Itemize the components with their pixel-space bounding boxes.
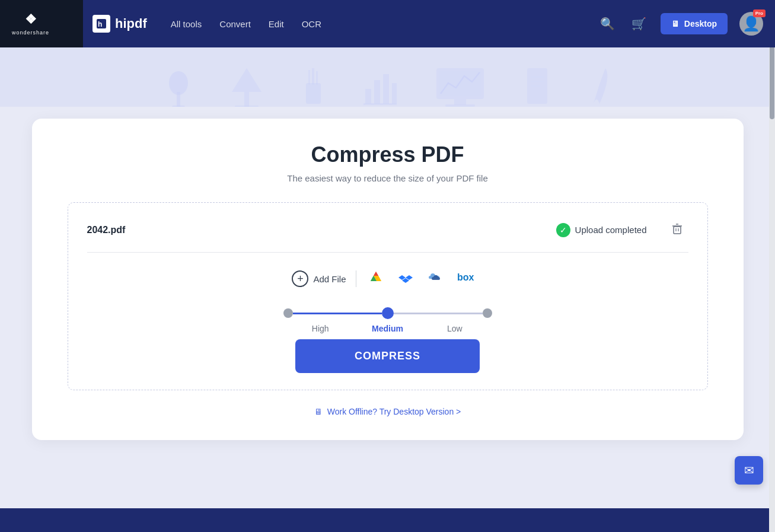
hipdf-brand[interactable]: h hipdf	[93, 15, 147, 33]
document-icon	[522, 65, 552, 107]
file-header: 2042.pdf ✓ Upload completed	[87, 219, 688, 253]
slider-line-left	[293, 313, 382, 314]
page-title: Compress PDF	[68, 142, 708, 167]
svg-rect-9	[312, 68, 314, 85]
svg-rect-16	[363, 103, 397, 105]
trash-icon	[671, 222, 684, 235]
nav-actions: 🔍 🛒 🖥 Desktop 👤 Pro	[598, 12, 763, 36]
slider-controls	[283, 307, 492, 319]
high-label: High	[287, 324, 354, 333]
onedrive-button[interactable]	[425, 267, 445, 291]
chat-icon: ✉	[744, 463, 754, 477]
svg-rect-13	[374, 80, 380, 104]
quill-icon	[588, 65, 611, 107]
svg-rect-25	[674, 227, 681, 234]
nav-all-tools[interactable]: All tools	[171, 17, 202, 31]
navbar: ❖ wondershare h hipdf All tools Convert …	[0, 0, 775, 47]
box-icon: box	[457, 271, 481, 283]
svg-rect-24	[531, 85, 540, 87]
scrollbar[interactable]	[769, 0, 775, 532]
file-name: 2042.pdf	[87, 225, 126, 235]
add-file-row: + Add File	[87, 267, 688, 291]
svg-marker-5	[232, 68, 261, 92]
chat-float-button[interactable]: ✉	[735, 456, 763, 485]
desktop-label: Desktop	[684, 19, 717, 28]
svg-rect-18	[439, 71, 481, 96]
delete-file-button[interactable]	[666, 219, 688, 240]
hero-background	[0, 47, 775, 107]
nav-edit[interactable]: Edit	[269, 17, 284, 31]
wondershare-logo: ❖ wondershare	[12, 12, 49, 36]
file-drop-area: 2042.pdf ✓ Upload completed	[68, 202, 708, 390]
pencil-cup-icon	[300, 65, 327, 107]
compress-button[interactable]: COMPRESS	[295, 339, 480, 373]
plant-icon	[164, 65, 193, 107]
svg-rect-19	[454, 99, 466, 105]
compression-slider-wrap: High Medium Low	[87, 307, 688, 333]
desktop-link-icon: 🖥	[314, 407, 323, 416]
svg-rect-7	[235, 106, 259, 107]
low-label: Low	[421, 324, 488, 333]
high-option-dot[interactable]	[283, 308, 293, 318]
plus-icon: +	[292, 270, 308, 287]
brand-logo[interactable]: ❖ wondershare	[0, 0, 83, 47]
svg-rect-3	[177, 92, 180, 107]
divider	[356, 270, 356, 287]
check-icon: ✓	[560, 225, 567, 235]
wondershare-label: wondershare	[12, 30, 49, 36]
desktop-version-link[interactable]: 🖥 Work Offline? Try Desktop Version >	[68, 407, 708, 416]
svg-marker-31	[374, 272, 378, 276]
user-avatar-wrap[interactable]: 👤 Pro	[739, 12, 763, 36]
hero-icons	[164, 65, 611, 107]
compress-btn-wrap: COMPRESS	[87, 339, 688, 373]
lamp-icon	[229, 65, 264, 107]
bar-chart-icon	[362, 65, 398, 107]
svg-rect-22	[531, 76, 544, 78]
desktop-button[interactable]: 🖥 Desktop	[661, 13, 728, 34]
svg-rect-6	[244, 92, 249, 107]
google-drive-button[interactable]	[366, 267, 386, 291]
hipdf-label: hipdf	[115, 16, 147, 31]
main-card: Compress PDF The easiest way to reduce t…	[32, 119, 744, 440]
check-circle-icon: ✓	[556, 223, 570, 237]
dropbox-icon	[398, 269, 413, 285]
search-button[interactable]: 🔍	[598, 14, 617, 33]
monitor-chart-icon	[433, 65, 487, 107]
cart-button[interactable]: 🛒	[629, 14, 649, 33]
pro-badge: Pro	[753, 9, 766, 17]
page-subtitle: The easiest way to reduce the size of yo…	[68, 173, 708, 183]
medium-option-dot[interactable]	[382, 307, 394, 319]
svg-point-2	[169, 71, 188, 95]
svg-rect-12	[365, 89, 371, 104]
main-container: Compress PDF The easiest way to reduce t…	[0, 107, 775, 464]
svg-text:h: h	[98, 20, 102, 28]
add-file-button[interactable]: + Add File	[292, 270, 346, 287]
desktop-link-text: Work Offline? Try Desktop Version >	[327, 407, 461, 416]
svg-rect-14	[383, 74, 389, 104]
slider-line-right	[394, 313, 483, 314]
svg-rect-11	[308, 70, 310, 85]
svg-rect-20	[445, 104, 475, 107]
nav-ocr[interactable]: OCR	[302, 17, 321, 31]
search-icon: 🔍	[600, 17, 615, 30]
svg-rect-10	[316, 71, 318, 85]
nav-links: All tools Convert Edit OCR	[171, 17, 598, 31]
svg-rect-8	[306, 83, 321, 104]
compression-labels: High Medium Low	[287, 324, 489, 333]
hipdf-icon: h	[93, 15, 110, 33]
wondershare-icon: ❖	[25, 12, 37, 27]
dropbox-button[interactable]	[396, 267, 416, 291]
svg-text:box: box	[457, 272, 474, 282]
cart-icon: 🛒	[632, 17, 646, 30]
google-drive-icon	[368, 269, 384, 285]
upload-status: ✓ Upload completed	[556, 223, 647, 237]
add-file-label: Add File	[313, 274, 346, 284]
svg-rect-15	[392, 83, 397, 104]
nav-convert[interactable]: Convert	[219, 17, 251, 31]
svg-rect-23	[531, 81, 544, 82]
onedrive-icon	[428, 269, 443, 285]
low-option-dot[interactable]	[483, 308, 492, 318]
medium-label: Medium	[354, 324, 421, 333]
bottom-bar	[0, 508, 775, 532]
box-button[interactable]: box	[455, 269, 483, 289]
